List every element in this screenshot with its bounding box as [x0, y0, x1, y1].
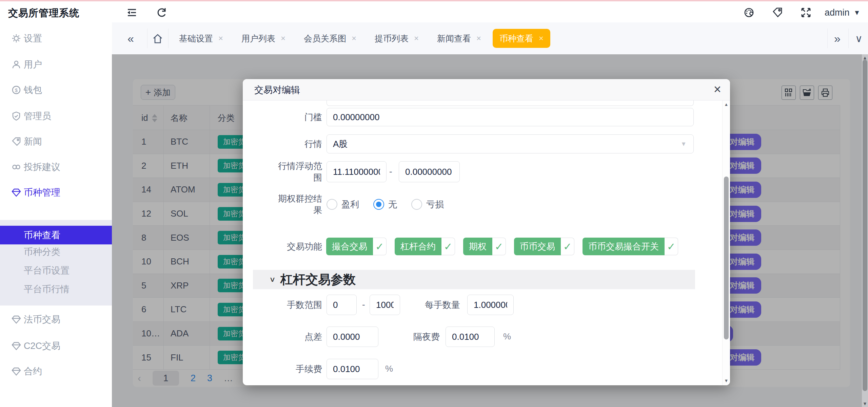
tag-icon[interactable] [772, 7, 783, 18]
close-icon[interactable]: × [476, 34, 481, 43]
header: 交易所管理系统 [0, 1, 868, 22]
field-label-market: 行情 [275, 138, 322, 150]
per-lot-input[interactable] [467, 295, 514, 315]
sidebar-item-3[interactable]: 管理员 [0, 106, 112, 126]
tab-1[interactable]: 用户列表 × [235, 29, 292, 48]
sidebar-item-9[interactable]: 合约 [0, 362, 112, 381]
close-icon[interactable]: × [539, 34, 544, 43]
tab-2[interactable]: 会员关系图 × [297, 29, 363, 48]
field-label-fee: 手续费 [275, 363, 322, 375]
home-icon[interactable] [152, 33, 163, 44]
fullscreen-icon[interactable] [800, 7, 812, 18]
link-icon [11, 162, 22, 172]
float-range-min-input[interactable] [327, 161, 387, 182]
app-title: 交易所管理系统 [8, 6, 79, 20]
sidebar-item-0[interactable]: 设置 [0, 29, 112, 48]
dialog-title: 交易对编辑 [254, 84, 300, 96]
tab-4[interactable]: 新闻查看 × [430, 29, 488, 48]
admin-username: admin [825, 7, 850, 18]
tabs-scroll-right-icon[interactable]: » [834, 22, 841, 54]
radio-circle [373, 199, 384, 210]
theme-palette-icon[interactable] [743, 7, 755, 18]
tag-icon [11, 136, 22, 147]
sidebar-submenu: 币种查看 币种分类 平台币设置 平台币行情 [0, 220, 112, 306]
scroll-down-icon[interactable]: ▼ [723, 378, 730, 383]
field-label-spread: 点差 [275, 331, 322, 343]
feature-toggle-2[interactable]: 期权 ✓ [463, 238, 506, 255]
fee-input[interactable] [327, 359, 378, 379]
sidebar-subitem-3[interactable]: 平台币行情 [0, 280, 112, 298]
truncated-input[interactable] [327, 100, 694, 106]
sidebar-item-8[interactable]: C2C交易 [0, 336, 112, 356]
dialog-body: 门槛 行情 A股 ▼ 行情浮动范围 - 期权群控结果 盈利 无 亏损 交易功能 [243, 100, 730, 385]
feature-toggle-0[interactable]: 撮合交易 ✓ [326, 238, 387, 255]
sidebar-item-6[interactable]: 币种管理 [0, 183, 112, 202]
field-label-threshold: 门槛 [275, 111, 322, 123]
radio-option-1[interactable]: 无 [373, 199, 397, 210]
trading-pair-edit-dialog: 交易对编辑 × 门槛 行情 A股 ▼ 行情浮动范围 - 期权群控结果 盈利 [243, 79, 730, 385]
wallet-icon: $ [11, 85, 22, 95]
feature-toggle-4[interactable]: 币币交易撮合开关 ✓ [583, 238, 678, 255]
market-select[interactable]: A股 ▼ [327, 134, 694, 153]
close-icon[interactable]: × [281, 34, 285, 43]
lots-max-input[interactable] [370, 295, 400, 315]
feature-toggle-3[interactable]: 币币交易 ✓ [514, 238, 574, 255]
spread-input[interactable] [327, 327, 378, 347]
scroll-down-icon[interactable]: ▼ [862, 401, 868, 406]
float-range-max-input[interactable] [399, 161, 460, 182]
tab-3[interactable]: 提币列表 × [368, 29, 426, 48]
sidebar-subitem-0[interactable]: 币种查看 [0, 226, 112, 244]
check-icon: ✓ [665, 238, 678, 255]
tabs-menu-icon[interactable]: ∨ [855, 22, 863, 54]
check-icon: ✓ [441, 238, 455, 255]
sidebar-item-1[interactable]: 用户 [0, 55, 112, 74]
tabs-scroll-left-icon[interactable]: « [127, 22, 134, 54]
threshold-input[interactable] [327, 108, 694, 126]
radio-circle [411, 199, 422, 210]
sidebar-subitem-2[interactable]: 平台币设置 [0, 261, 112, 280]
section-title: 杠杆交易参数 [280, 271, 356, 288]
diamond-icon [11, 366, 22, 377]
tab-0[interactable]: 基础设置 × [172, 29, 230, 48]
close-icon[interactable]: × [218, 34, 223, 43]
close-icon[interactable]: × [352, 34, 356, 43]
page-scrollbar[interactable]: ▲ ▼ [862, 54, 868, 407]
tab-bar: « 基础设置 × 用户列表 × 会员关系图 × 提币列表 × 新闻查看 × 币种… [112, 22, 868, 54]
sidebar: 设置 用户 $ 钱包 管理员 新闻 投拆建议 币种管理 币种查看 币种分类 平台… [0, 22, 112, 407]
field-label-option-control: 期权群控结果 [275, 193, 322, 216]
overnight-fee-input[interactable] [446, 327, 495, 347]
scroll-up-icon[interactable]: ▲ [723, 102, 730, 107]
close-icon[interactable]: × [414, 34, 419, 43]
leverage-section-header[interactable]: ∨ 杠杆交易参数 [253, 270, 695, 289]
sidebar-item-2[interactable]: $ 钱包 [0, 80, 112, 100]
separator [827, 29, 828, 48]
svg-text:$: $ [15, 87, 18, 93]
tab-5[interactable]: 币种查看 × [493, 29, 550, 48]
check-icon: ✓ [561, 238, 574, 255]
sidebar-item-5[interactable]: 投拆建议 [0, 157, 112, 177]
range-dash: - [389, 166, 392, 177]
lots-min-input[interactable] [327, 295, 357, 315]
chevron-down-icon: ∨ [269, 275, 276, 284]
radio-option-2[interactable]: 亏损 [411, 199, 444, 210]
percent-unit: % [385, 364, 393, 374]
dialog-scrollbar[interactable]: ▲ ▼ [722, 100, 730, 385]
field-label-features: 交易功能 [275, 241, 322, 252]
page-scrollbar-thumb[interactable] [863, 60, 867, 391]
menu-collapse-icon[interactable] [126, 7, 138, 18]
feature-toggle-1[interactable]: 杠杆合约 ✓ [395, 238, 455, 255]
user-icon [11, 59, 22, 70]
radio-option-0[interactable]: 盈利 [327, 199, 359, 210]
sidebar-subitem-1[interactable]: 币种分类 [0, 242, 112, 261]
admin-menu[interactable]: admin ▼ [825, 7, 860, 18]
refresh-icon[interactable] [156, 7, 167, 18]
separator [168, 29, 169, 48]
diamond-icon [11, 187, 22, 198]
field-label-lots-range: 手数范围 [275, 299, 322, 311]
select-arrow-icon: ▼ [680, 141, 687, 148]
dialog-scrollbar-thumb[interactable] [724, 177, 729, 339]
sidebar-item-7[interactable]: 法币交易 [0, 310, 112, 329]
close-icon[interactable]: × [714, 82, 721, 97]
dialog-header: 交易对编辑 × [243, 79, 730, 100]
sidebar-item-4[interactable]: 新闻 [0, 132, 112, 151]
